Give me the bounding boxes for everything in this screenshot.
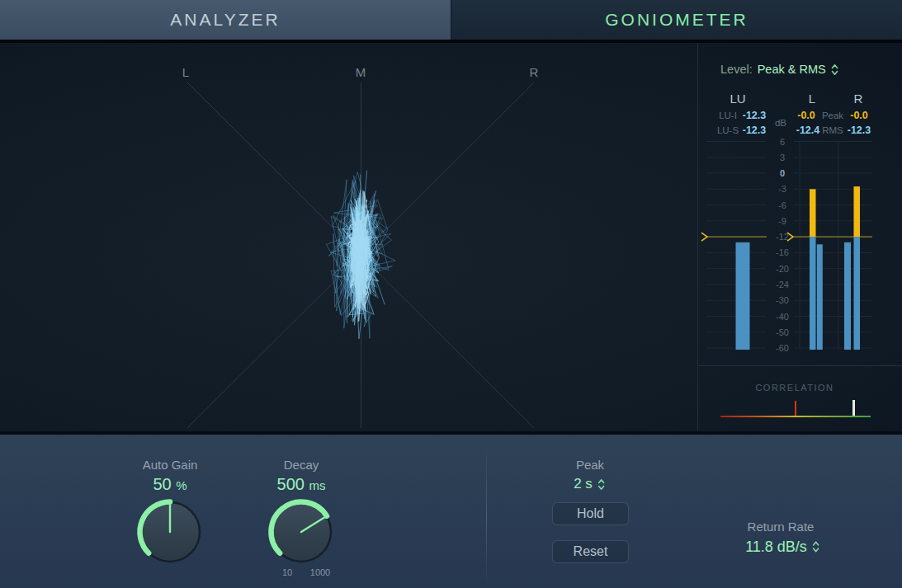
level-meter-panel	[697, 43, 902, 431]
level-mode-dropdown[interactable]: Level: Peak & RMS	[720, 63, 838, 76]
meter-tick-label: 6	[780, 137, 785, 147]
meter-tick-label: -60	[776, 343, 789, 353]
rms-right-value: -12.3	[848, 125, 871, 136]
controls-divider	[486, 447, 487, 586]
correlation-marker	[852, 400, 855, 416]
gonio-axis-label-mid: M	[356, 65, 366, 79]
rms-left-value: -12.4	[796, 125, 820, 136]
right-meter-header: R	[854, 92, 863, 106]
correlation-label: CORRELATION	[755, 383, 834, 393]
meter-tick-label: 0	[780, 168, 785, 178]
auto-gain-knob[interactable]	[130, 492, 210, 572]
peak-left-value: -0.0	[797, 110, 815, 121]
display-area: L M R Level: Peak & RMS LU L R LU-I -12.…	[0, 43, 902, 431]
peak-hold-label: Peak	[576, 458, 604, 472]
correlation-scale	[720, 416, 871, 417]
view-tabbar: ANALYZER GONIOMETER	[0, 0, 902, 40]
meter-correlation-divider	[697, 365, 902, 366]
lu-i-value: -12.3	[743, 110, 767, 121]
peak-time-value: 2 s	[574, 476, 593, 492]
auto-gain-value[interactable]: 50 %	[153, 475, 187, 494]
updown-chevron-icon	[597, 478, 605, 491]
lu-i-label: LU-I	[719, 111, 737, 120]
meter-tick-label: -50	[776, 327, 789, 337]
decay-number: 500	[277, 475, 305, 493]
meter-tick-label: -24	[776, 280, 789, 289]
meter-tick-label: -9	[778, 216, 786, 226]
updown-chevron-icon	[812, 541, 819, 553]
left-meter-header: L	[809, 92, 815, 106]
reset-button[interactable]: Reset	[552, 540, 629, 563]
gonio-axis-label-left: L	[182, 65, 189, 79]
lu-s-label: LU-S	[717, 125, 739, 135]
peak-row-label: Peak	[822, 111, 843, 120]
meter-tick-label: -30	[776, 295, 789, 305]
tab-analyzer-label: ANALYZER	[170, 10, 280, 30]
level-label: Level:	[720, 63, 753, 76]
decay-value[interactable]: 500 ms	[277, 475, 326, 494]
correlation-center-tick	[795, 401, 796, 416]
meter-tick-label: -16	[776, 247, 789, 257]
decay-unit: ms	[309, 478, 325, 492]
return-rate-label: Return Rate	[748, 520, 815, 534]
multimeter-window: ANALYZER GONIOMETER L M R Level: Peak & …	[0, 0, 902, 588]
meter-tick-label: -6	[778, 200, 786, 210]
meter-tick-label: -20	[776, 264, 789, 274]
meter-tick-label: -40	[776, 312, 789, 322]
auto-gain-label: Auto Gain	[143, 458, 198, 472]
lu-s-value: -12.3	[743, 125, 767, 136]
reset-button-label: Reset	[574, 544, 608, 559]
level-value: Peak & RMS	[758, 63, 826, 76]
peak-right-value: -0.0	[850, 110, 868, 121]
control-panel: Auto Gain 50 % Decay 500 ms 10 1000 Peak…	[0, 431, 902, 588]
decay-knob[interactable]	[262, 492, 341, 572]
tab-goniometer-label: GONIOMETER	[605, 10, 749, 30]
decay-max-label: 1000	[310, 567, 330, 577]
rms-row-label: RMS	[822, 125, 843, 135]
updown-chevron-icon	[831, 64, 838, 76]
decay-label: Decay	[284, 458, 319, 472]
peak-time-stepper[interactable]: 2 s	[574, 476, 605, 492]
return-rate-stepper[interactable]: 11.8 dB/s	[745, 539, 819, 556]
decay-min-label: 10	[282, 567, 292, 577]
return-rate-value: 11.8 dB/s	[745, 539, 807, 556]
gonio-axis-label-right: R	[530, 65, 539, 79]
tab-analyzer[interactable]: ANALYZER	[0, 0, 451, 40]
auto-gain-unit: %	[176, 478, 187, 492]
meter-tick-label: -12	[776, 232, 789, 242]
db-unit-label: dB	[775, 118, 786, 128]
tab-goniometer[interactable]: GONIOMETER	[451, 0, 902, 40]
hold-button-label: Hold	[577, 506, 604, 521]
auto-gain-number: 50	[153, 475, 171, 493]
hold-button[interactable]: Hold	[552, 502, 629, 525]
meter-tick-label: 3	[780, 153, 785, 162]
lu-meter-header: LU	[730, 92, 745, 106]
meter-tick-label: -3	[778, 184, 786, 194]
